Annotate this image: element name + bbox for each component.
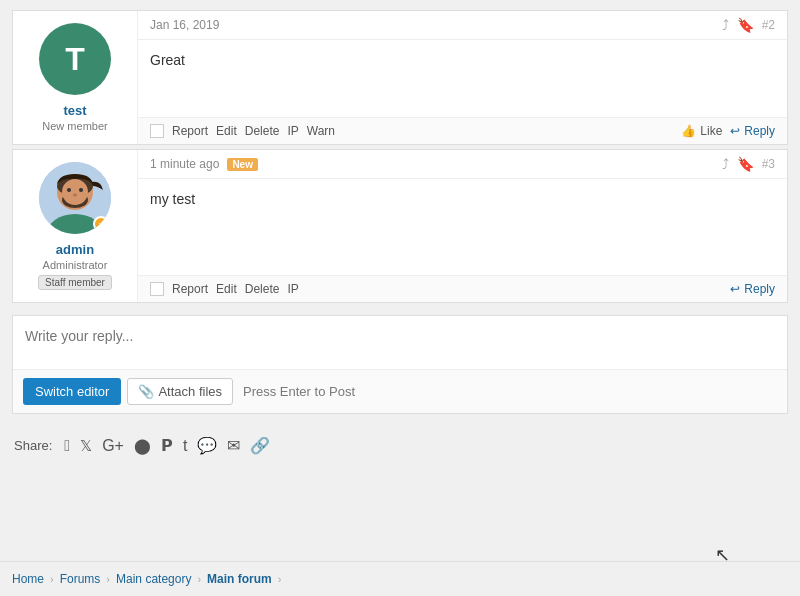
attach-files-button[interactable]: 📎 Attach files [127, 378, 233, 405]
post-1-sidebar: T test New member [13, 11, 138, 144]
reply-input[interactable] [13, 316, 787, 366]
user-role: Administrator [43, 259, 108, 271]
breadcrumb: Home › Forums › Main category › Main for… [0, 561, 800, 596]
new-badge: New [227, 158, 258, 171]
post-checkbox[interactable] [150, 282, 164, 296]
avatar: T [39, 23, 111, 95]
ip-link[interactable]: IP [287, 282, 298, 296]
bookmark-icon[interactable]: 🔖 [737, 17, 754, 33]
link-share-icon[interactable]: 🔗 [250, 436, 270, 455]
svg-point-5 [62, 179, 88, 205]
post-1-header: Jan 16, 2019 ⤴ 🔖 #2 [138, 11, 787, 40]
breadcrumb-forums[interactable]: Forums [60, 572, 101, 586]
post-2-body: my test [138, 179, 787, 275]
reply-icon: ↩ [730, 282, 740, 296]
reply-button[interactable]: ↩ Reply [730, 124, 775, 138]
warn-link[interactable]: Warn [307, 124, 335, 138]
report-link[interactable]: Report [172, 124, 208, 138]
like-button[interactable]: 👍 Like [681, 124, 722, 138]
press-enter-hint: Press Enter to Post [243, 384, 355, 399]
svg-point-6 [67, 188, 71, 192]
breadcrumb-main-category[interactable]: Main category [116, 572, 191, 586]
report-link[interactable]: Report [172, 282, 208, 296]
twitter-share-icon[interactable]: 𝕏 [80, 437, 92, 455]
edit-link[interactable]: Edit [216, 282, 237, 296]
breadcrumb-main-forum[interactable]: Main forum [207, 572, 272, 586]
user-role: New member [42, 120, 107, 132]
reply-icon: ↩ [730, 124, 740, 138]
breadcrumb-sep-2: › [106, 573, 110, 585]
reddit-share-icon[interactable]: ⬤ [134, 437, 151, 455]
delete-link[interactable]: Delete [245, 124, 280, 138]
post-2: ★ admin Administrator Staff member 1 min… [12, 149, 788, 303]
avatar: ★ [39, 162, 111, 234]
svg-point-8 [73, 194, 77, 197]
googleplus-share-icon[interactable]: G+ [102, 437, 124, 455]
edit-link[interactable]: Edit [216, 124, 237, 138]
reply-button[interactable]: ↩ Reply [730, 282, 775, 296]
facebook-share-icon[interactable]:  [64, 437, 70, 455]
reply-editor: Switch editor 📎 Attach files Press Enter… [12, 315, 788, 414]
admin-badge-icon: ★ [93, 216, 109, 232]
ip-link[interactable]: IP [287, 124, 298, 138]
share-icon[interactable]: ⤴ [722, 156, 729, 172]
switch-editor-button[interactable]: Switch editor [23, 378, 121, 405]
post-2-footer: Report Edit Delete IP ↩ Reply [138, 275, 787, 302]
username[interactable]: admin [56, 242, 94, 257]
breadcrumb-sep-4: › [278, 573, 282, 585]
email-share-icon[interactable]: ✉ [227, 436, 240, 455]
staff-badge: Staff member [38, 275, 112, 290]
thumbs-up-icon: 👍 [681, 124, 696, 138]
post-1-main: Jan 16, 2019 ⤴ 🔖 #2 Great Report Edit De… [138, 11, 787, 144]
breadcrumb-sep-1: › [50, 573, 54, 585]
post-2-header: 1 minute ago New ⤴ 🔖 #3 [138, 150, 787, 179]
bookmark-icon[interactable]: 🔖 [737, 156, 754, 172]
post-checkbox[interactable] [150, 124, 164, 138]
post-1: T test New member Jan 16, 2019 ⤴ 🔖 #2 Gr… [12, 10, 788, 145]
breadcrumb-home[interactable]: Home [12, 572, 44, 586]
username[interactable]: test [63, 103, 86, 118]
tumblr-share-icon[interactable]: t [183, 437, 187, 455]
post-date: Jan 16, 2019 [150, 18, 219, 32]
post-1-body: Great [138, 40, 787, 117]
whatsapp-share-icon[interactable]: 💬 [197, 436, 217, 455]
reply-toolbar: Switch editor 📎 Attach files Press Enter… [13, 369, 787, 413]
post-date: 1 minute ago [150, 157, 219, 171]
share-icon[interactable]: ⤴ [722, 17, 729, 33]
svg-point-7 [79, 188, 83, 192]
post-2-main: 1 minute ago New ⤴ 🔖 #3 my test Report E… [138, 150, 787, 302]
share-label: Share: [14, 438, 52, 453]
pinterest-share-icon[interactable]: 𝗣 [161, 436, 173, 455]
post-1-footer: Report Edit Delete IP Warn 👍 Like ↩ Repl… [138, 117, 787, 144]
post-number: #3 [762, 157, 775, 171]
breadcrumb-sep-3: › [197, 573, 201, 585]
share-row: Share:  𝕏 G+ ⬤ 𝗣 t 💬 ✉ 🔗 [12, 426, 788, 465]
delete-link[interactable]: Delete [245, 282, 280, 296]
paperclip-icon: 📎 [138, 384, 154, 399]
post-number: #2 [762, 18, 775, 32]
post-2-sidebar: ★ admin Administrator Staff member [13, 150, 138, 302]
